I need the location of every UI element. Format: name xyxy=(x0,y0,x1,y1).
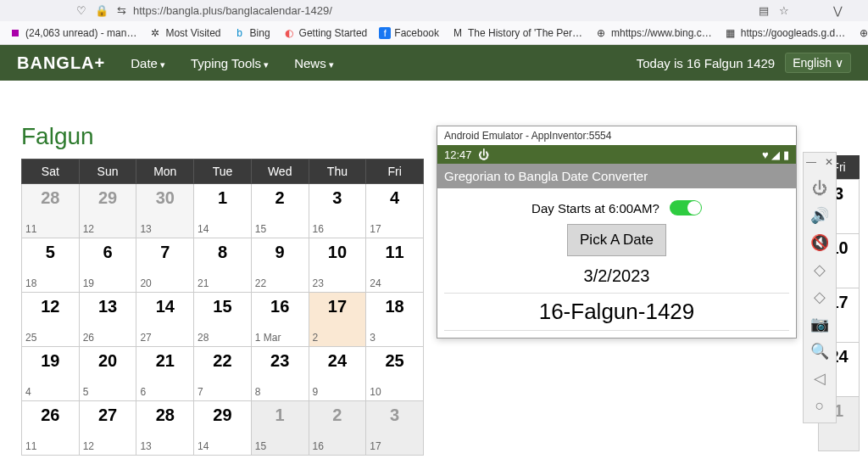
today-label: Today is 16 Falgun 1429 xyxy=(637,56,775,70)
calendar-cell[interactable]: 2813 xyxy=(136,401,194,456)
star-icon[interactable]: ☆ xyxy=(779,4,789,17)
calendar-cell[interactable]: 1326 xyxy=(79,293,136,347)
home-icon[interactable]: ○ xyxy=(804,392,835,419)
calendar-cell[interactable]: 2611 xyxy=(22,401,80,456)
gregorian-date: 3/2/2023 xyxy=(444,266,789,286)
calendar-cell[interactable]: 1023 xyxy=(309,238,366,293)
calendar-cell[interactable]: 1225 xyxy=(22,293,80,347)
day-header: Thu xyxy=(309,159,366,184)
calendar-cell[interactable]: 2912 xyxy=(79,184,136,238)
calendar-cell[interactable]: 619 xyxy=(79,238,136,293)
calendar-cell[interactable]: 518 xyxy=(22,238,80,293)
bookmark-item[interactable]: fFacebook xyxy=(379,27,439,39)
calendar-cell[interactable]: 238 xyxy=(251,347,309,401)
day-header: Sat xyxy=(22,159,80,184)
calendar-cell[interactable]: 194 xyxy=(22,347,80,401)
camera-icon[interactable]: 📷 xyxy=(804,311,835,338)
calendar-cell[interactable]: 215 xyxy=(251,184,309,238)
calendar-cell[interactable]: 2811 xyxy=(22,184,80,238)
calendar-cell[interactable]: 1427 xyxy=(136,293,194,347)
main-navbar: BANGLA+ Date Typing Tools News Today is … xyxy=(0,45,868,81)
nav-typing-tools[interactable]: Typing Tools xyxy=(191,56,269,70)
calendar-cell[interactable]: 316 xyxy=(309,184,366,238)
bookmark-item[interactable]: ✲Most Visited xyxy=(148,26,220,40)
nav-news[interactable]: News xyxy=(294,56,334,70)
calendar-cell[interactable]: 183 xyxy=(366,293,424,347)
calendar-cell[interactable]: 161 Mar xyxy=(251,293,309,347)
bookmark-item[interactable]: ◐Getting Started xyxy=(282,26,368,40)
calendar-cell[interactable]: 1528 xyxy=(194,293,252,347)
rotate-right-icon[interactable]: ◇ xyxy=(804,283,835,311)
calendar-cell[interactable]: 821 xyxy=(194,238,252,293)
bookmark-item[interactable]: bBing xyxy=(233,26,270,40)
language-select[interactable]: English ∨ xyxy=(785,53,851,73)
nav-date[interactable]: Date xyxy=(131,56,165,70)
bookmark-item[interactable]: MThe History of 'The Per… xyxy=(451,26,582,40)
calendar-cell[interactable]: 2510 xyxy=(366,347,424,401)
calendar-cell[interactable]: 172 xyxy=(309,293,366,347)
bangla-date: 16-Falgun-1429 xyxy=(444,293,789,331)
calendar-cell[interactable]: 922 xyxy=(251,238,309,293)
calendar-cell[interactable]: 115 xyxy=(251,401,309,456)
day-header: Wed xyxy=(251,159,309,184)
day-starts-label: Day Starts at 6:00AM? xyxy=(531,201,659,215)
minimize-icon[interactable]: — xyxy=(806,156,816,168)
emulator-title: Android Emulator - AppInventor:5554 xyxy=(437,126,796,145)
android-emulator: Android Emulator - AppInventor:5554 12:4… xyxy=(437,126,797,339)
brand-logo[interactable]: BANGLA+ xyxy=(17,53,105,73)
bookmarks-bar: (24,063 unread) - man… ✲Most Visited bBi… xyxy=(0,21,868,45)
reader-icon[interactable]: ▤ xyxy=(759,4,769,17)
calendar-cell[interactable]: 227 xyxy=(194,347,252,401)
calendar-cell[interactable]: 216 xyxy=(136,347,194,401)
volume-up-icon[interactable]: 🔊 xyxy=(804,202,835,229)
bookmark-item[interactable]: ⊕mhttps://www.bing.c… xyxy=(594,26,712,40)
calendar-cell[interactable]: 720 xyxy=(136,238,194,293)
pick-date-button[interactable]: Pick A Date xyxy=(567,224,666,256)
status-icons: ♥ ◢ ▮ xyxy=(762,148,789,161)
calendar-cell[interactable]: 1124 xyxy=(366,238,424,293)
bookmark-item[interactable]: ▦https://googleads.g.d… xyxy=(724,26,845,40)
url-bar: ♡ 🔒 ⇆ https://bangla.plus/banglacalendar… xyxy=(0,0,868,21)
power-icon[interactable]: ⏻ xyxy=(804,175,835,202)
calendar-cell[interactable]: 114 xyxy=(194,184,252,238)
calendar-cell[interactable]: 2914 xyxy=(194,401,252,456)
day-starts-toggle[interactable] xyxy=(670,200,702,215)
close-icon[interactable]: ✕ xyxy=(825,156,833,168)
day-header: Fri xyxy=(366,159,424,184)
bookmark-item[interactable]: (24,063 unread) - man… xyxy=(8,26,136,40)
lock-icon: 🔒 xyxy=(95,4,108,17)
calendar-cell[interactable]: 216 xyxy=(309,401,366,456)
calendar-cell[interactable]: 317 xyxy=(366,401,424,456)
day-header: Sun xyxy=(79,159,136,184)
pocket-icon[interactable]: ⋁ xyxy=(833,4,843,17)
calendar-cell[interactable]: 249 xyxy=(309,347,366,401)
toggle-icon: ⇆ xyxy=(117,4,126,17)
emulator-toolbar: —✕ ⏻ 🔊 🔇 ◇ ◇ 📷 🔍 ◁ ○ xyxy=(803,152,837,423)
day-header: Mon xyxy=(136,159,194,184)
back-icon[interactable]: ◁ xyxy=(804,365,835,392)
calendar-cell[interactable]: 3013 xyxy=(136,184,194,238)
status-bar: 12:47 ⏻ ♥ ◢ ▮ xyxy=(437,145,796,164)
app-header: Gregorian to Bangla Date Converter xyxy=(437,164,796,188)
calendar-cell[interactable]: 417 xyxy=(366,184,424,238)
calendar-cell[interactable]: 2712 xyxy=(79,401,136,456)
calendar-table: SatSunMonTueWedThuFri 281129123013114215… xyxy=(21,159,424,456)
day-header: Tue xyxy=(194,159,252,184)
url-text[interactable]: https://bangla.plus/banglacalendar-1429/ xyxy=(133,4,752,17)
calendar-cell[interactable]: 205 xyxy=(79,347,136,401)
rotate-left-icon[interactable]: ◇ xyxy=(804,256,835,283)
bookmark-item[interactable]: ⊕/C:/apps/draw_dft-ma… xyxy=(857,26,868,40)
shield-icon: ♡ xyxy=(76,4,86,17)
volume-down-icon[interactable]: 🔇 xyxy=(804,229,835,256)
zoom-icon[interactable]: 🔍 xyxy=(804,338,835,365)
